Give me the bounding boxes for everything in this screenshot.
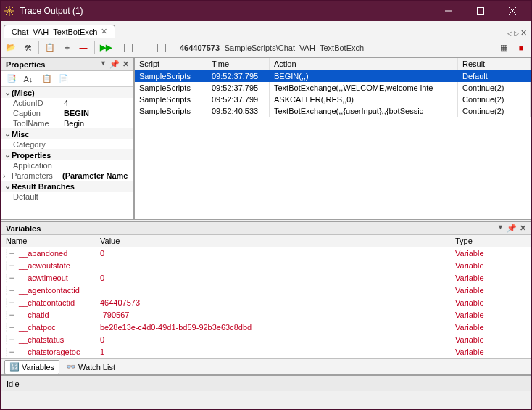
properties-header[interactable]: Properties ▼ 📌 ✕ bbox=[1, 58, 133, 71]
status-text: Idle bbox=[7, 380, 20, 388]
minimize-button[interactable] bbox=[433, 1, 465, 21]
breadcrumb: 464407573 SampleScripts\Chat_VAH_TextBot… bbox=[180, 43, 364, 53]
properties-panel: Properties ▼ 📌 ✕ 📑 A↓ 📋 📄 ⌄(Misc) Action… bbox=[1, 57, 134, 220]
main-toolbar: 📂 🛠 📋 ＋ — ▶▶ 464407573 SampleScripts\Cha… bbox=[1, 38, 531, 57]
trace-header[interactable]: Script Time Action Result bbox=[135, 58, 531, 70]
variable-row[interactable]: ┊╌__abandoned0Variable bbox=[1, 247, 531, 260]
col-value[interactable]: Value bbox=[96, 235, 451, 247]
app-icon bbox=[4, 5, 15, 17]
prop-application[interactable]: Application bbox=[1, 160, 133, 171]
variable-row[interactable]: ┊╌__chatstatus0Variable bbox=[1, 334, 531, 346]
tab-prev-icon[interactable]: ◁ bbox=[507, 30, 512, 37]
panel-close-icon[interactable]: ✕ bbox=[122, 60, 129, 69]
caret-down-icon: ⌄ bbox=[3, 88, 12, 97]
group-misc-paren[interactable]: ⌄(Misc) bbox=[1, 87, 133, 98]
run-icon[interactable]: ▶▶ bbox=[99, 41, 113, 55]
variables-columns[interactable]: Name Value Type bbox=[1, 235, 531, 247]
maximize-button[interactable] bbox=[465, 1, 496, 21]
trace-row[interactable]: SampleScripts09:52:37.795BEGIN(,,)Defaul… bbox=[135, 70, 531, 82]
close-button[interactable] bbox=[496, 1, 528, 21]
panel-dropdown-icon[interactable]: ▼ bbox=[497, 224, 504, 233]
clipboard-icon[interactable]: 📋 bbox=[43, 41, 57, 55]
status-bar: Idle bbox=[1, 375, 531, 391]
variable-row[interactable]: ┊╌__agentcontactidVariable bbox=[1, 284, 531, 297]
prop-default[interactable]: Default bbox=[1, 192, 133, 202]
categorize-icon[interactable]: 📑 bbox=[4, 72, 19, 86]
trace-row[interactable]: SampleScripts09:52:37.795TextBotExchange… bbox=[135, 82, 531, 94]
sort-icon[interactable]: A↓ bbox=[21, 72, 36, 86]
window-title: Trace Output (1) bbox=[20, 6, 433, 16]
prop-actionid[interactable]: ActionID4 bbox=[1, 98, 133, 108]
contact-id: 464407573 bbox=[180, 44, 220, 52]
group-misc[interactable]: ⌄Misc bbox=[1, 128, 133, 139]
variables-header[interactable]: Variables ▼ 📌 ✕ bbox=[1, 222, 531, 235]
tab-next-icon[interactable]: ▷ bbox=[514, 30, 519, 37]
step-out-icon[interactable] bbox=[154, 41, 169, 55]
col-result[interactable]: Result bbox=[458, 58, 531, 70]
prop-category[interactable]: Category bbox=[1, 139, 133, 149]
variables-body[interactable]: ┊╌__abandoned0Variable┊╌__acwoutstateVar… bbox=[1, 247, 531, 358]
step-over-icon[interactable] bbox=[121, 41, 136, 55]
col-type[interactable]: Type bbox=[451, 235, 531, 247]
open-icon[interactable]: 📂 bbox=[4, 41, 18, 55]
grid-icon[interactable]: ▦ bbox=[496, 41, 511, 55]
caret-down-icon: ⌄ bbox=[3, 129, 12, 139]
col-name[interactable]: Name bbox=[1, 235, 96, 247]
col-action[interactable]: Action bbox=[270, 58, 458, 70]
variables-panel: Variables ▼ 📌 ✕ Name Value Type ┊╌__aban… bbox=[1, 221, 531, 375]
stop-icon[interactable]: ■ bbox=[514, 41, 528, 55]
paste-icon[interactable]: 📄 bbox=[57, 72, 71, 86]
document-tabbar: Chat_VAH_TextBotExch ✕ ◁ ▷ ✕ bbox=[1, 21, 531, 38]
variables-tab-icon: 🔢 bbox=[9, 362, 20, 372]
tab-variables[interactable]: 🔢Variables bbox=[4, 360, 59, 374]
panel-close-icon[interactable]: ✕ bbox=[520, 224, 526, 233]
trace-output-window: Trace Output (1) Chat_VAH_TextBotExch ✕ … bbox=[0, 0, 532, 410]
group-result-branches[interactable]: ⌄Result Branches bbox=[1, 181, 133, 192]
pin-icon[interactable]: 📌 bbox=[507, 224, 517, 233]
group-properties[interactable]: ⌄Properties bbox=[1, 149, 133, 160]
variable-row[interactable]: ┊╌__chatpocbe28e13e-c4d0-49d1-bd59-92b3e… bbox=[1, 321, 531, 334]
step-into-icon[interactable] bbox=[138, 41, 152, 55]
trace-row[interactable]: SampleScripts09:52:37.799ASKCALLER(,RES,… bbox=[135, 94, 531, 105]
properties-toolbar: 📑 A↓ 📋 📄 bbox=[1, 71, 133, 87]
remove-icon[interactable]: — bbox=[76, 41, 91, 55]
trace-row[interactable]: SampleScripts09:52:40.533TextBotExchange… bbox=[135, 105, 531, 117]
caret-down-icon: ⌄ bbox=[3, 150, 12, 160]
caret-right-icon: › bbox=[3, 171, 12, 180]
tab-label: Chat_VAH_TextBotExch bbox=[12, 28, 97, 36]
variables-tabbar: 🔢Variables 👓Watch List bbox=[1, 358, 531, 374]
tab-chat-vah[interactable]: Chat_VAH_TextBotExch ✕ bbox=[4, 25, 115, 38]
trace-grid: Script Time Action Result SampleScripts0… bbox=[134, 57, 531, 220]
add-icon[interactable]: ＋ bbox=[59, 41, 74, 55]
variable-row[interactable]: ┊╌__chatid-790567Variable bbox=[1, 309, 531, 321]
pin-icon[interactable]: 📌 bbox=[109, 60, 120, 69]
tab-menu-icon[interactable]: ✕ bbox=[520, 28, 527, 38]
prop-toolname[interactable]: ToolNameBegin bbox=[1, 118, 133, 128]
watch-tab-icon: 👓 bbox=[66, 362, 76, 372]
prop-caption[interactable]: CaptionBEGIN bbox=[1, 108, 133, 118]
tools-icon[interactable]: 🛠 bbox=[20, 41, 35, 55]
caret-down-icon: ⌄ bbox=[3, 181, 12, 191]
svg-rect-0 bbox=[478, 8, 484, 15]
variable-row[interactable]: ┊╌__chatcontactid464407573Variable bbox=[1, 297, 531, 309]
titlebar[interactable]: Trace Output (1) bbox=[1, 1, 531, 21]
script-path: SampleScripts\Chat_VAH_TextBotExch bbox=[225, 44, 364, 52]
tab-close-icon[interactable]: ✕ bbox=[101, 27, 107, 36]
variable-row[interactable]: ┊╌__acwtimeout0Variable bbox=[1, 272, 531, 284]
prop-parameters[interactable]: ›Parameters(Parameter Name bbox=[1, 171, 133, 181]
col-time[interactable]: Time bbox=[207, 58, 270, 70]
variable-row[interactable]: ┊╌__chatstoragetoc1Variable bbox=[1, 346, 531, 358]
tab-watch-list[interactable]: 👓Watch List bbox=[61, 360, 120, 374]
col-script[interactable]: Script bbox=[135, 58, 207, 70]
variable-row[interactable]: ┊╌__acwoutstateVariable bbox=[1, 260, 531, 272]
panel-dropdown-icon[interactable]: ▼ bbox=[100, 60, 107, 69]
copy-icon[interactable]: 📋 bbox=[40, 72, 54, 86]
